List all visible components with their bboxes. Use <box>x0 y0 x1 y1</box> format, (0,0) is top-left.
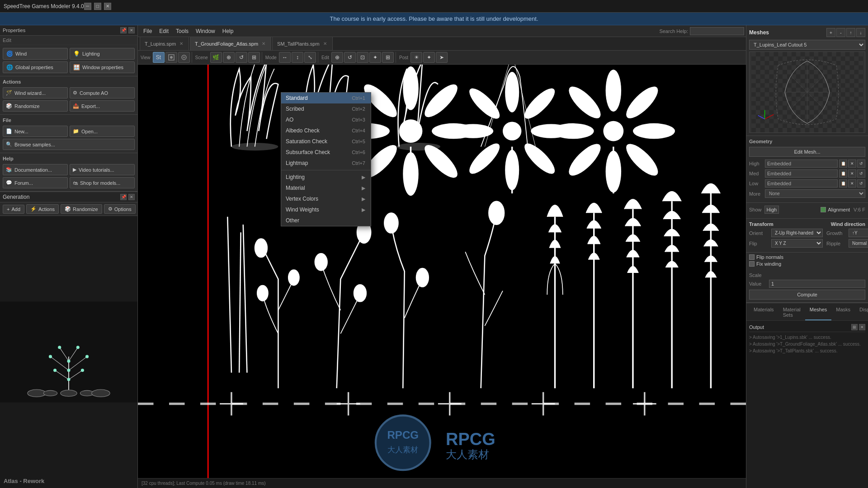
geo-low-btn3[interactable]: ↺ <box>857 179 865 188</box>
edit-menu[interactable]: Edit <box>156 26 172 36</box>
post-btn-3[interactable]: ➤ <box>436 52 448 63</box>
tab-tall-plants[interactable]: SM_TallPlants.spm ✕ <box>272 37 333 50</box>
fix-winding-checkbox[interactable] <box>749 261 755 267</box>
menu-saturation-check[interactable]: Saturation Check Ctrl+5 <box>281 136 371 147</box>
mesh-move-down-btn[interactable]: ↓ <box>856 28 865 37</box>
menu-subsurface-check[interactable]: Subsurface Check Ctrl+6 <box>281 147 371 158</box>
edit-btn-4[interactable]: ✦ <box>369 52 381 63</box>
new-button[interactable]: 📄 New... <box>3 126 68 137</box>
wind-wizard-button[interactable]: 🪄 Wind wizard... <box>3 87 68 99</box>
scale-value-input[interactable] <box>769 280 865 288</box>
geo-high-btn1[interactable]: 📋 <box>839 160 847 168</box>
lighting-button[interactable]: 💡 Lighting <box>70 48 135 60</box>
search-input[interactable] <box>690 27 744 35</box>
open-button[interactable]: 📁 Open... <box>70 126 135 137</box>
ripple-select[interactable]: Normal <box>849 239 868 248</box>
geo-low-btn2[interactable]: ✕ <box>848 179 856 188</box>
menu-lightmap[interactable]: Lightmap Ctrl+7 <box>281 158 371 169</box>
post-btn-1[interactable]: ☀ <box>410 52 422 63</box>
browse-samples-button[interactable]: 🔍 Browse samples... <box>3 139 135 150</box>
edit-btn-1[interactable]: ⊕ <box>331 52 343 63</box>
growth-select[interactable]: ↑Y <box>849 229 868 237</box>
tab-material-sets[interactable]: Material Sets <box>778 305 805 320</box>
edit-btn-5[interactable]: ⊞ <box>382 52 394 63</box>
tab-lupins-close[interactable]: ✕ <box>179 41 184 47</box>
geo-med-btn2[interactable]: ✕ <box>848 169 856 178</box>
tab-lupins[interactable]: T_Lupins.spm ✕ <box>140 37 189 50</box>
video-tutorials-button[interactable]: ▶ Video tutorials... <box>70 164 135 175</box>
view-btn-2[interactable] <box>165 52 177 63</box>
tab-masks[interactable]: Masks <box>831 305 855 320</box>
view-btn-3[interactable] <box>178 52 190 63</box>
menu-other[interactable]: Other <box>281 215 371 226</box>
mesh-add-btn[interactable]: + <box>826 28 835 37</box>
gen-options-button[interactable]: ⚙ Options <box>104 204 136 214</box>
scene-btn-3[interactable]: ↺ <box>236 52 247 63</box>
flip-select[interactable]: X Y Z <box>771 239 823 248</box>
tools-menu[interactable]: Tools <box>172 26 192 36</box>
add-button[interactable]: + Add <box>3 205 24 214</box>
mesh-move-up-btn[interactable]: ↑ <box>846 28 855 37</box>
gen-pin-button[interactable]: 📌 <box>120 194 127 200</box>
geo-more-select[interactable]: None <box>765 189 865 198</box>
tab-materials[interactable]: Materials <box>749 305 778 320</box>
edit-btn-3[interactable]: ⊡ <box>357 52 368 63</box>
gen-close-button[interactable]: ✕ <box>128 194 135 200</box>
mode-btn-3[interactable]: ⤡ <box>304 52 316 63</box>
help-menu[interactable]: Help <box>219 26 237 36</box>
scene-btn-1[interactable]: 🌿 <box>210 52 222 63</box>
geo-high-btn3[interactable]: ↺ <box>857 160 865 168</box>
alignment-checkbox[interactable] <box>821 207 826 212</box>
tab-displacement[interactable]: Displacement <box>855 305 868 320</box>
documentation-button[interactable]: 📚 Documentation... <box>3 164 68 175</box>
view-standard-btn[interactable]: St <box>153 52 165 63</box>
gen-actions-button[interactable]: ⚡ Actions <box>26 204 59 214</box>
menu-lighting[interactable]: Lighting ▶ <box>281 172 371 183</box>
tab-ground-foliage-close[interactable]: ✕ <box>261 41 266 47</box>
forum-button[interactable]: 💬 Forum... <box>3 177 68 188</box>
maximize-button[interactable]: □ <box>94 3 101 10</box>
compute-button[interactable]: Compute <box>749 290 865 300</box>
compute-ao-button[interactable]: ⚙ Compute AO <box>70 87 135 99</box>
menu-wind-weights[interactable]: Wind Weights ▶ <box>281 204 371 215</box>
export-button[interactable]: 📤 Export... <box>70 100 135 112</box>
gen-randomize-button[interactable]: 🎲 Randomize <box>61 204 102 214</box>
scene-btn-2[interactable]: ⊕ <box>223 52 235 63</box>
shop-models-button[interactable]: 🛍 Shop for models... <box>70 177 135 188</box>
mesh-remove-btn[interactable]: - <box>836 28 845 37</box>
pin-button[interactable]: 📌 <box>120 27 127 33</box>
output-expand-btn[interactable]: ⊞ <box>851 324 858 330</box>
tab-tall-plants-close[interactable]: ✕ <box>322 41 328 47</box>
mode-btn-2[interactable]: ↕ <box>292 52 303 63</box>
post-btn-2[interactable]: ✦ <box>423 52 435 63</box>
global-properties-button[interactable]: 🌐 Global properties <box>3 61 68 73</box>
output-close-btn[interactable]: ✕ <box>859 324 865 330</box>
scene-btn-4[interactable]: ⊞ <box>248 52 260 63</box>
tab-ground-foliage[interactable]: T_GroundFoliage_Atlas.spm ✕ <box>190 37 271 50</box>
geo-med-btn3[interactable]: ↺ <box>857 169 865 178</box>
menu-material[interactable]: Material ▶ <box>281 183 371 193</box>
edit-btn-2[interactable]: ↺ <box>344 52 356 63</box>
tab-meshes[interactable]: Meshes <box>805 305 832 320</box>
wind-button[interactable]: 🌀 Wind <box>3 48 68 60</box>
geo-high-btn2[interactable]: ✕ <box>848 160 856 168</box>
menu-vertex-colors[interactable]: Vertex Colors ▶ <box>281 193 371 204</box>
geo-low-btn1[interactable]: 📋 <box>839 179 847 188</box>
file-menu[interactable]: File <box>140 26 156 36</box>
mode-btn-1[interactable]: ↔ <box>279 52 291 63</box>
menu-albedo-check[interactable]: Albedo Check Ctrl+4 <box>281 125 371 136</box>
minimize-button[interactable]: ─ <box>84 3 91 10</box>
window-menu[interactable]: Window <box>192 26 219 36</box>
close-panel-button[interactable]: ✕ <box>128 27 135 33</box>
geo-med-btn1[interactable]: 📋 <box>839 169 847 178</box>
mesh-select[interactable]: T_Lupins_Leaf Cutout 5 <box>749 40 865 50</box>
flip-normals-checkbox[interactable] <box>749 254 755 260</box>
edit-mesh-button[interactable]: Edit Mesh... <box>749 147 865 157</box>
orient-select[interactable]: Z-Up Right-handed <box>771 229 823 237</box>
window-properties-button[interactable]: 🪟 Window properties <box>70 61 135 73</box>
menu-ao[interactable]: AO Ctrl+3 <box>281 114 371 125</box>
menu-scribed[interactable]: Scribed Ctrl+2 <box>281 103 371 114</box>
close-button[interactable]: ✕ <box>104 3 111 10</box>
menu-standard[interactable]: Standard Ctrl+1 <box>281 93 371 103</box>
randomize-button[interactable]: 🎲 Randomize <box>3 100 68 112</box>
